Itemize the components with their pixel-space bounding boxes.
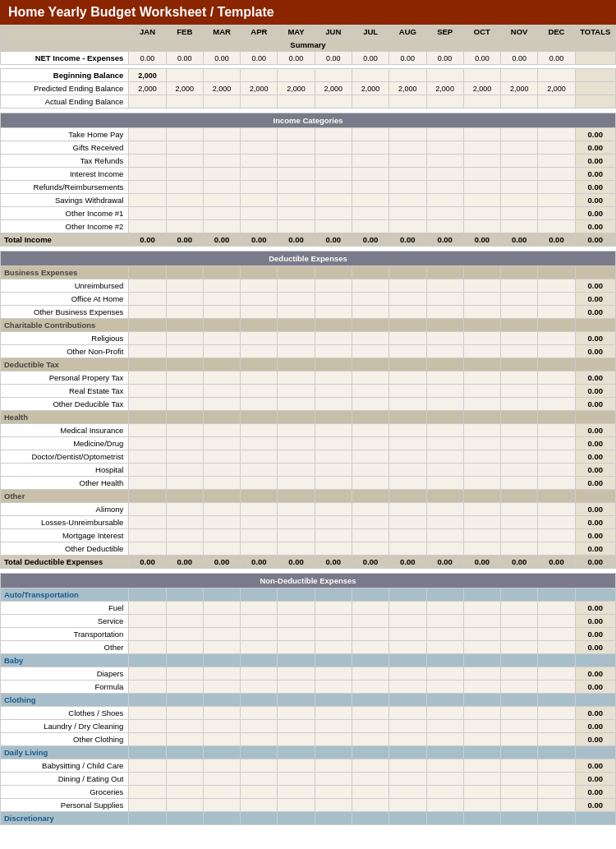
- data-cell[interactable]: [241, 398, 278, 411]
- data-cell[interactable]: [315, 293, 352, 306]
- data-cell[interactable]: [352, 345, 388, 358]
- data-cell[interactable]: [501, 95, 538, 108]
- data-cell[interactable]: [426, 759, 463, 773]
- data-cell[interactable]: [426, 681, 463, 694]
- data-cell[interactable]: [352, 181, 388, 194]
- data-cell[interactable]: [278, 207, 315, 220]
- data-cell[interactable]: [278, 371, 315, 385]
- data-cell[interactable]: [278, 477, 315, 490]
- data-cell[interactable]: [463, 733, 500, 746]
- data-cell[interactable]: [538, 477, 575, 490]
- data-cell[interactable]: [203, 707, 240, 720]
- data-cell[interactable]: [241, 306, 278, 319]
- data-cell[interactable]: [389, 773, 426, 786]
- data-cell[interactable]: [203, 654, 240, 667]
- data-cell[interactable]: [278, 220, 315, 233]
- data-cell[interactable]: [278, 799, 315, 812]
- data-cell[interactable]: [241, 371, 278, 385]
- data-cell[interactable]: [501, 694, 538, 707]
- data-cell[interactable]: [166, 681, 203, 694]
- data-cell[interactable]: [241, 279, 278, 293]
- data-cell[interactable]: [278, 69, 315, 82]
- data-cell[interactable]: [389, 293, 426, 306]
- data-cell[interactable]: [538, 332, 575, 345]
- data-cell[interactable]: [241, 293, 278, 306]
- data-cell[interactable]: [426, 128, 463, 141]
- data-cell[interactable]: [352, 450, 388, 464]
- data-cell[interactable]: [315, 733, 352, 746]
- data-cell[interactable]: [501, 279, 538, 293]
- data-cell[interactable]: [315, 69, 352, 82]
- data-cell[interactable]: [203, 720, 240, 733]
- data-cell[interactable]: [463, 773, 500, 786]
- data-cell[interactable]: [426, 306, 463, 319]
- data-cell[interactable]: [352, 733, 388, 746]
- data-cell[interactable]: [538, 69, 575, 82]
- data-cell[interactable]: [278, 319, 315, 332]
- data-cell[interactable]: [203, 220, 240, 233]
- data-cell[interactable]: [166, 707, 203, 720]
- data-cell[interactable]: [241, 490, 278, 503]
- data-cell[interactable]: [315, 477, 352, 490]
- data-cell[interactable]: [501, 424, 538, 437]
- data-cell[interactable]: [352, 411, 388, 424]
- data-cell[interactable]: [129, 529, 166, 542]
- data-cell[interactable]: [352, 168, 388, 181]
- data-cell[interactable]: [538, 437, 575, 450]
- data-cell[interactable]: [463, 398, 500, 411]
- data-cell[interactable]: [463, 279, 500, 293]
- data-cell[interactable]: [463, 371, 500, 385]
- data-cell[interactable]: [203, 168, 240, 181]
- data-cell[interactable]: [166, 602, 203, 615]
- data-cell[interactable]: [278, 181, 315, 194]
- data-cell[interactable]: [203, 385, 240, 398]
- data-cell[interactable]: [389, 358, 426, 371]
- data-cell[interactable]: [278, 398, 315, 411]
- data-cell[interactable]: [426, 155, 463, 168]
- data-cell[interactable]: [203, 319, 240, 332]
- data-cell[interactable]: [166, 411, 203, 424]
- data-cell[interactable]: [501, 654, 538, 667]
- data-cell[interactable]: [352, 464, 388, 477]
- data-cell[interactable]: [352, 759, 388, 773]
- data-cell[interactable]: [129, 628, 166, 641]
- data-cell[interactable]: [278, 812, 315, 825]
- data-cell[interactable]: [203, 141, 240, 155]
- data-cell[interactable]: [389, 95, 426, 108]
- data-cell[interactable]: [278, 266, 315, 279]
- data-cell[interactable]: [389, 194, 426, 207]
- data-cell[interactable]: [538, 398, 575, 411]
- data-cell[interactable]: [426, 667, 463, 681]
- data-cell[interactable]: [389, 529, 426, 542]
- data-cell[interactable]: [389, 733, 426, 746]
- data-cell[interactable]: [389, 450, 426, 464]
- data-cell[interactable]: [389, 759, 426, 773]
- data-cell[interactable]: [315, 398, 352, 411]
- data-cell[interactable]: [538, 464, 575, 477]
- data-cell[interactable]: [203, 628, 240, 641]
- data-cell[interactable]: [241, 654, 278, 667]
- data-cell[interactable]: [315, 279, 352, 293]
- data-cell[interactable]: [315, 490, 352, 503]
- data-cell[interactable]: [278, 641, 315, 654]
- data-cell[interactable]: [166, 181, 203, 194]
- data-cell[interactable]: [463, 681, 500, 694]
- data-cell[interactable]: [241, 720, 278, 733]
- data-cell[interactable]: [315, 694, 352, 707]
- data-cell[interactable]: [203, 490, 240, 503]
- data-cell[interactable]: [538, 155, 575, 168]
- data-cell[interactable]: [426, 385, 463, 398]
- data-cell[interactable]: [241, 345, 278, 358]
- data-cell[interactable]: [129, 516, 166, 529]
- data-cell[interactable]: [463, 464, 500, 477]
- data-cell[interactable]: [352, 155, 388, 168]
- data-cell[interactable]: [315, 437, 352, 450]
- data-cell[interactable]: [129, 266, 166, 279]
- data-cell[interactable]: [352, 279, 388, 293]
- data-cell[interactable]: [166, 69, 203, 82]
- data-cell[interactable]: [538, 733, 575, 746]
- data-cell[interactable]: [129, 319, 166, 332]
- data-cell[interactable]: [426, 733, 463, 746]
- data-cell[interactable]: [463, 194, 500, 207]
- data-cell[interactable]: [129, 424, 166, 437]
